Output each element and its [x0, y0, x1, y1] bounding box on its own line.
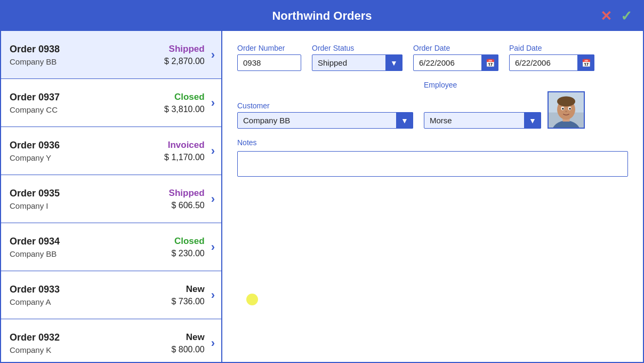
employee-select[interactable]: MorseSmithJones: [424, 112, 541, 129]
order-status-amount: Shipped $ 606.50: [135, 188, 205, 210]
notes-group: Notes: [237, 138, 628, 177]
chevron-right-icon[interactable]: ›: [211, 336, 215, 350]
order-date-wrapper: 📅: [413, 54, 498, 71]
order-status-label: Order Status: [312, 44, 402, 52]
order-name: Order 0937: [10, 92, 135, 103]
order-status: Shipped: [169, 188, 205, 199]
chevron-right-icon[interactable]: ›: [211, 48, 215, 62]
title-bar-buttons: ✕ ✓: [598, 9, 634, 23]
order-company: Company K: [10, 345, 135, 354]
order-company: Company A: [10, 297, 135, 306]
order-amount: $ 736.00: [171, 297, 204, 306]
svg-point-10: [565, 111, 567, 112]
list-item[interactable]: Order 0936 Company Y Invoiced $ 1,170.00…: [1, 127, 221, 175]
app-title: Northwind Orders: [10, 9, 634, 23]
order-name: Order 0934: [10, 236, 135, 247]
order-name: Order 0935: [10, 188, 135, 199]
order-status-amount: Closed $ 3,810.00: [135, 92, 205, 114]
list-item[interactable]: Order 0938 Company BB Shipped $ 2,870.00…: [1, 31, 221, 79]
notes-label: Notes: [237, 138, 628, 147]
order-info: Order 0938 Company BB: [10, 44, 135, 66]
employee-select-wrapper: MorseSmithJones ▼: [424, 112, 541, 129]
order-number-input[interactable]: [237, 54, 301, 71]
order-amount: $ 3,810.00: [164, 105, 205, 114]
list-item[interactable]: Order 0934 Company BB Closed $ 230.00 ›: [1, 223, 221, 271]
svg-point-9: [569, 108, 570, 110]
chevron-right-icon[interactable]: ›: [211, 144, 215, 158]
customer-select[interactable]: Company ACompany BBCompany CCCompany ICo…: [237, 112, 413, 129]
svg-point-8: [562, 108, 564, 110]
order-status: Shipped: [169, 44, 205, 54]
order-status-group: Order Status NewInvoicedShippedClosed ▼: [312, 44, 402, 71]
order-status-amount: New $ 800.00: [135, 332, 205, 354]
app-window: Northwind Orders ✕ ✓ Order 0938 Company …: [0, 0, 644, 363]
svg-point-5: [557, 97, 575, 107]
title-bar: Northwind Orders ✕ ✓: [1, 1, 643, 31]
cursor-dot: [246, 294, 258, 305]
customer-label: Customer: [237, 101, 413, 110]
customer-select-wrapper: Company ACompany BBCompany CCCompany ICo…: [237, 112, 413, 129]
chevron-right-icon[interactable]: ›: [211, 288, 215, 302]
order-company: Company CC: [10, 105, 135, 114]
order-name: Order 0936: [10, 140, 135, 151]
order-company: Company Y: [10, 153, 135, 162]
list-item[interactable]: Order 0932 Company K New $ 800.00 ›: [1, 319, 221, 362]
paid-date-wrapper: 📅: [509, 54, 594, 71]
customer-group: Customer Company ACompany BBCompany CCCo…: [237, 101, 413, 129]
order-amount: $ 2,870.00: [164, 57, 205, 66]
order-date-calendar-icon[interactable]: 📅: [481, 54, 498, 71]
order-info: Order 0936 Company Y: [10, 140, 135, 162]
form-row-2: Customer Company ACompany BBCompany CCCo…: [237, 81, 628, 129]
order-status-select-wrapper: NewInvoicedShippedClosed ▼: [312, 54, 402, 71]
order-status-amount: Closed $ 230.00: [135, 236, 205, 258]
chevron-right-icon[interactable]: ›: [211, 192, 215, 206]
order-status: Closed: [174, 92, 205, 102]
order-date-label: Order Date: [413, 44, 498, 52]
order-date-group: Order Date 📅: [413, 44, 498, 71]
paid-date-label: Paid Date: [509, 44, 594, 52]
order-list-panel: Order 0938 Company BB Shipped $ 2,870.00…: [1, 31, 222, 362]
order-name: Order 0938: [10, 44, 135, 55]
order-info: Order 0932 Company K: [10, 332, 135, 354]
main-content: Order 0938 Company BB Shipped $ 2,870.00…: [1, 31, 643, 362]
list-item[interactable]: Order 0935 Company I Shipped $ 606.50 ›: [1, 175, 221, 223]
order-name: Order 0933: [10, 284, 135, 295]
order-status: Closed: [174, 236, 205, 247]
order-info: Order 0933 Company A: [10, 284, 135, 306]
employee-label: Employee: [424, 81, 585, 89]
order-company: Company BB: [10, 249, 135, 258]
order-status: Invoiced: [168, 140, 205, 151]
paid-date-calendar-icon[interactable]: 📅: [577, 54, 594, 71]
chevron-right-icon[interactable]: ›: [211, 96, 215, 110]
order-info: Order 0937 Company CC: [10, 92, 135, 114]
order-amount: $ 1,170.00: [164, 153, 205, 162]
order-status: New: [186, 284, 205, 295]
detail-panel: Order Number Order Status NewInvoicedShi…: [222, 31, 643, 362]
order-company: Company I: [10, 201, 135, 210]
confirm-button[interactable]: ✓: [618, 9, 634, 23]
form-row-1: Order Number Order Status NewInvoicedShi…: [237, 44, 628, 71]
list-item[interactable]: Order 0937 Company CC Closed $ 3,810.00 …: [1, 79, 221, 127]
order-name: Order 0932: [10, 332, 135, 343]
employee-group: Employee MorseSmithJones ▼: [424, 81, 585, 129]
order-number-group: Order Number: [237, 44, 301, 71]
paid-date-group: Paid Date 📅: [509, 44, 594, 71]
chevron-right-icon[interactable]: ›: [211, 240, 215, 254]
order-amount: $ 606.50: [171, 201, 204, 210]
order-status-amount: New $ 736.00: [135, 284, 205, 306]
order-status-select[interactable]: NewInvoicedShippedClosed: [312, 54, 402, 71]
order-amount: $ 800.00: [171, 345, 204, 354]
order-amount: $ 230.00: [171, 249, 204, 258]
employee-photo: [548, 91, 585, 129]
order-status: New: [186, 332, 205, 343]
order-company: Company BB: [10, 57, 135, 66]
order-number-label: Order Number: [237, 44, 301, 52]
close-button[interactable]: ✕: [598, 9, 614, 23]
employee-row: MorseSmithJones ▼: [424, 91, 585, 129]
notes-textarea[interactable]: [237, 151, 628, 177]
order-info: Order 0935 Company I: [10, 188, 135, 210]
order-status-amount: Invoiced $ 1,170.00: [135, 140, 205, 162]
order-status-amount: Shipped $ 2,870.00: [135, 44, 205, 66]
order-info: Order 0934 Company BB: [10, 236, 135, 258]
list-item[interactable]: Order 0933 Company A New $ 736.00 ›: [1, 271, 221, 319]
